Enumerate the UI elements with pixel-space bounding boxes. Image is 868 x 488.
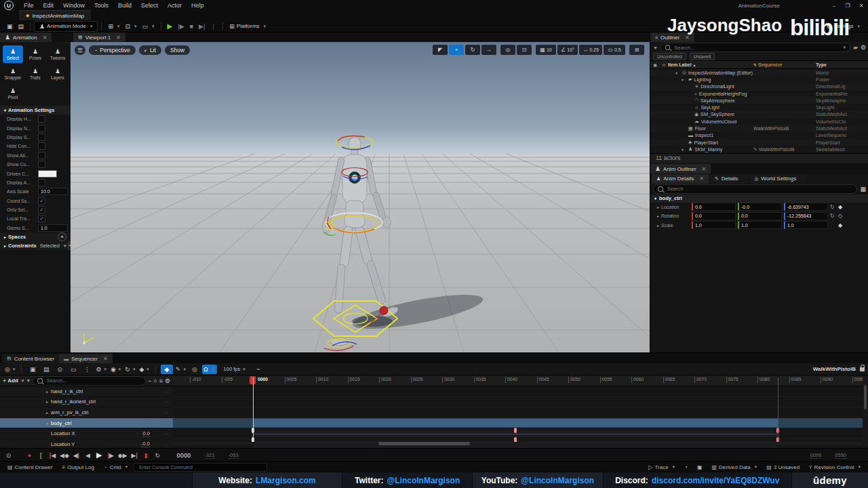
loop-button[interactable]: ↻: [153, 452, 162, 459]
viewport-options-button[interactable]: ☰: [75, 45, 85, 55]
scale-snap-button[interactable]: ↔0.25: [579, 45, 602, 55]
playback-options-dropdown[interactable]: ↻▾: [123, 365, 136, 374]
vertical-scrollbar[interactable]: [863, 375, 868, 448]
outliner-row[interactable]: ≈ ExponentialHeightFog ExponentialHe: [650, 90, 868, 97]
browse-content-button[interactable]: ▤: [16, 21, 27, 31]
setting-checkbox[interactable]: ✓: [38, 115, 45, 123]
maximize-viewport-button[interactable]: ⊞: [629, 45, 644, 55]
timeline-area[interactable]: -010-00500000005001000150020002500300035…: [173, 375, 863, 448]
setting-value-field[interactable]: 1.0: [38, 224, 68, 232]
setting-checkbox[interactable]: ✓: [38, 125, 45, 132]
render-movie-button[interactable]: ▭: [67, 365, 79, 374]
lock-icon[interactable]: [860, 367, 865, 371]
outliner-row[interactable]: ◉ SM_SkySphere StaticMeshAct: [650, 111, 868, 118]
playhead-line[interactable]: [253, 378, 254, 445]
unsaved-button[interactable]: ▤3 Unsaved: [763, 464, 803, 470]
pill-view-icon[interactable]: ○: [153, 378, 157, 384]
y-value-field[interactable]: 1.0: [738, 221, 782, 229]
timeline-track-lane[interactable]: [173, 397, 863, 408]
setting-checkbox[interactable]: ✓: [38, 215, 45, 222]
keyframe-options-dropdown[interactable]: ◆▾: [138, 365, 150, 374]
z-value-field[interactable]: 1.0: [784, 221, 828, 229]
close-icon[interactable]: ✕: [43, 35, 47, 41]
x-value-field[interactable]: 1.0: [692, 221, 736, 229]
chevron-right-icon[interactable]: ▸: [657, 223, 659, 228]
step-forward-button[interactable]: |▶: [106, 452, 115, 459]
edit-mode-dropdown[interactable]: ✎▾: [174, 365, 187, 374]
to-start-button[interactable]: |◀: [48, 452, 57, 459]
expander-icon[interactable]: ▸: [46, 389, 51, 394]
constraints-header[interactable]: ▸ Constraints Selected ▾ +: [0, 241, 71, 250]
mode-button[interactable]: ♟ Poses: [25, 45, 45, 63]
twitter-link[interactable]: @LincolnMargison: [387, 476, 460, 485]
fps-dropdown[interactable]: 100 fps▾: [218, 365, 251, 374]
constraints-dropdown[interactable]: Selected: [40, 243, 60, 249]
youtube-link[interactable]: @LincolnMargison: [521, 476, 594, 485]
scale-tool-button[interactable]: ↔: [481, 45, 496, 55]
sequence-browse-dropdown[interactable]: ◎▾: [3, 365, 16, 374]
editor-mode-dropdown[interactable]: ♟ Animation Mode ▾: [34, 21, 98, 32]
view-range-start-field[interactable]: -321: [205, 452, 215, 459]
outliner-row[interactable]: ▦ Floor WalkWithPistolB StaticMeshAct: [650, 125, 868, 131]
close-button[interactable]: ✕: [854, 0, 868, 11]
menu-item[interactable]: Select: [136, 0, 163, 11]
set-start-bracket-button[interactable]: [: [37, 452, 45, 459]
outliner-row[interactable]: ◈ PlayerStart PlayerStart: [650, 139, 868, 146]
track-options-dots[interactable]: ⋯: [164, 442, 169, 447]
track-options-dots[interactable]: ⋯: [164, 421, 169, 426]
details-view-options-icon[interactable]: ▦: [860, 186, 866, 192]
menu-item[interactable]: Build: [113, 0, 136, 11]
add-track-button[interactable]: +Add▾: [3, 378, 24, 384]
step-back-button[interactable]: ◀|: [72, 452, 81, 459]
blueprints-dropdown[interactable]: ⊡▾: [123, 21, 140, 31]
outliner-search[interactable]: ▾: [660, 43, 850, 52]
tab-content-browser[interactable]: ▤ Content Browser: [2, 354, 59, 363]
outliner-row[interactable]: ◠ SkyAtmosphere SkyAtmosphe: [650, 97, 868, 104]
z-value-field[interactable]: -12.255843: [784, 212, 828, 220]
reset-to-default-icon[interactable]: ↻: [830, 204, 836, 210]
play-reverse-button[interactable]: ◀: [83, 452, 92, 459]
reset-to-default-icon[interactable]: ↻: [830, 213, 836, 219]
insights-button-a[interactable]: ◔: [681, 464, 691, 470]
outliner-settings-icon[interactable]: ⚙: [861, 44, 866, 51]
save-sequence-button[interactable]: ▣: [26, 365, 39, 374]
save-button[interactable]: ▣: [4, 21, 16, 31]
track-row[interactable]: Location X 0.0 ⋯: [0, 428, 173, 439]
details-tab[interactable]: ◎ World Settings: [749, 174, 806, 184]
view-options-dropdown[interactable]: ◉▾: [109, 365, 122, 374]
setting-checkbox[interactable]: ✓: [38, 152, 45, 159]
play-options-button[interactable]: ⋮: [208, 21, 219, 31]
pin-button[interactable]: ◎: [189, 365, 201, 374]
eject-button[interactable]: ▶|: [196, 21, 208, 31]
menu-item[interactable]: Help: [186, 0, 209, 11]
mode-button[interactable]: ♟ Pivot: [3, 85, 23, 102]
y-value-field[interactable]: -0.0: [738, 203, 782, 211]
add-space-button[interactable]: +: [58, 232, 66, 241]
rotation-snap-button[interactable]: ∠10°: [557, 45, 578, 55]
menu-item[interactable]: File: [19, 0, 39, 11]
camera-lock-button[interactable]: ⊙: [4, 452, 13, 459]
record-button[interactable]: ●: [25, 452, 34, 459]
snap-toggle-button[interactable]: Ω⋮: [202, 365, 217, 374]
mode-button[interactable]: ♟ Snapper: [3, 65, 23, 83]
expander-icon[interactable]: ▾: [682, 77, 686, 82]
tab-sequencer[interactable]: ▬ Sequencer ✕: [59, 354, 112, 363]
add-actor-dropdown[interactable]: ⊞▾: [105, 21, 122, 31]
timeline-track-lane[interactable]: [173, 386, 863, 397]
setting-checkbox[interactable]: ✓: [38, 134, 45, 141]
track-options-dots[interactable]: ⋯: [164, 431, 169, 436]
track-row[interactable]: ▸ hand_r_ik_ctrl ⋯: [0, 386, 173, 397]
close-icon[interactable]: ✕: [103, 356, 108, 362]
insights-button-b[interactable]: ▣: [694, 464, 706, 470]
mode-button[interactable]: ♟ Trails: [25, 65, 45, 83]
mode-button[interactable]: ♟ Tweens: [47, 45, 68, 63]
derived-data-dropdown[interactable]: ▥Derived Data▾: [709, 464, 761, 470]
output-log-button[interactable]: ≡Output Log: [59, 464, 98, 470]
expander-icon[interactable]: ▸: [46, 410, 51, 415]
console-command-input[interactable]: [138, 464, 263, 470]
grid-snap-button[interactable]: ▦10: [536, 45, 556, 55]
outliner-row[interactable]: ☼ SkyLight SkyLight: [650, 104, 868, 110]
close-icon[interactable]: ✕: [699, 176, 704, 182]
frame-skip-button[interactable]: |▶: [175, 21, 186, 31]
maximize-button[interactable]: ❐: [841, 0, 854, 11]
